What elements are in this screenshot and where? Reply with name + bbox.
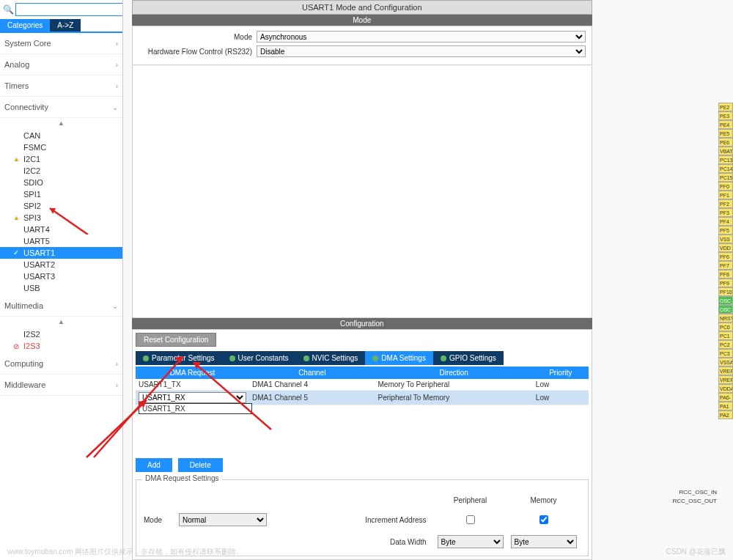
- pin-PF5[interactable]: PF5: [718, 226, 733, 235]
- pin-PF0[interactable]: PF0: [718, 182, 733, 191]
- sidebar-item-usb[interactable]: USB: [0, 282, 122, 294]
- dma-table: DMA RequestChannelDirectionPriority USAR…: [136, 366, 589, 405]
- footer-right: CSDN @花落已飘: [666, 547, 726, 557]
- sidebar-item-i2c2[interactable]: I2C2: [0, 165, 122, 177]
- pin-PE4[interactable]: PE4: [718, 120, 733, 129]
- main-panel: USART1 Mode and Configuration Mode Mode …: [132, 0, 592, 560]
- dma-row[interactable]: USART1_TXDMA1 Channel 4Memory To Periphe…: [136, 379, 589, 391]
- pin-VBAT[interactable]: VBAT: [718, 147, 733, 155]
- cfg-tab-dma-settings[interactable]: DMA Settings: [365, 351, 433, 365]
- sidebar-item-usart1[interactable]: ✓USART1: [0, 247, 122, 259]
- dw-label: Data Width: [339, 538, 427, 546]
- pin-VREF+[interactable]: VREF+: [718, 375, 733, 384]
- sidebar: 🔍 ▼ ⚙ Categories A->Z System Core›Analog…: [0, 0, 123, 560]
- flow-select[interactable]: Disable: [257, 45, 586, 57]
- mode-label: Mode: [139, 33, 252, 41]
- pin-PE6[interactable]: PE6: [718, 138, 733, 147]
- pin-PF10[interactable]: PF10: [718, 287, 733, 296]
- category-computing[interactable]: Computing›: [0, 353, 122, 375]
- col-memory: Memory: [507, 496, 581, 504]
- pin-VSS[interactable]: VSS: [718, 235, 733, 243]
- sidebar-item-i2s3[interactable]: ⊘I2S3: [0, 340, 122, 352]
- inc-memory-cb[interactable]: [539, 515, 548, 524]
- category-connectivity[interactable]: Connectivity⌄: [0, 97, 122, 118]
- pin-PC0[interactable]: PC0: [718, 323, 733, 331]
- config-header: Configuration: [132, 318, 592, 329]
- tab-categories[interactable]: Categories: [0, 19, 50, 32]
- pin-PF1[interactable]: PF1: [718, 191, 733, 199]
- pin-PF3[interactable]: PF3: [718, 208, 733, 217]
- flow-label: Hardware Flow Control (RS232): [139, 48, 252, 56]
- pin-PA0-[interactable]: PA0-: [718, 393, 733, 402]
- pin-PC14[interactable]: PC14: [718, 164, 733, 173]
- pin-PC3[interactable]: PC3: [718, 349, 733, 358]
- pin-NRST[interactable]: NRST: [718, 314, 733, 323]
- pin-PF7[interactable]: PF7: [718, 261, 733, 270]
- mode-select[interactable]: Asynchronous: [257, 31, 586, 43]
- pin-PC1[interactable]: PC1: [718, 331, 733, 340]
- pin-VSSA[interactable]: VSSA: [718, 358, 733, 366]
- pin-VDDA[interactable]: VDDA: [718, 384, 733, 393]
- sidebar-item-i2s2[interactable]: I2S2: [0, 328, 122, 340]
- sidebar-item-uart4[interactable]: UART4: [0, 224, 122, 235]
- pin-PF6[interactable]: PF6: [718, 252, 733, 261]
- pinout: RCC_OSC_INRCC_OSC_OUT PE2PE3PE4PE5PE6VBA…: [673, 0, 733, 560]
- sidebar-item-i2c1[interactable]: ▲I2C1: [0, 153, 122, 165]
- pin-PF4[interactable]: PF4: [718, 217, 733, 226]
- category-timers[interactable]: Timers›: [0, 75, 122, 97]
- pin-PE2[interactable]: PE2: [718, 103, 733, 111]
- pin-PC15[interactable]: PC15: [718, 173, 733, 182]
- delete-button[interactable]: Delete: [178, 458, 223, 472]
- dma-request-option[interactable]: USART1_RX: [139, 403, 252, 414]
- sidebar-item-fsmc[interactable]: FSMC: [0, 141, 122, 153]
- mode-lbl2: Mode: [144, 516, 179, 524]
- search-input[interactable]: [15, 3, 123, 16]
- tab-az[interactable]: A->Z: [50, 19, 81, 32]
- sidebar-item-usart3[interactable]: USART3: [0, 270, 122, 282]
- pin-VREF-[interactable]: VREF-: [718, 366, 733, 375]
- pin-PA1[interactable]: PA1: [718, 402, 733, 410]
- cfg-tab-gpio-settings[interactable]: GPIO Settings: [433, 351, 504, 365]
- dma-mode-select[interactable]: Normal: [179, 513, 267, 526]
- pin-PE5[interactable]: PE5: [718, 129, 733, 138]
- cfg-tab-nvic-settings[interactable]: NVIC Settings: [296, 351, 366, 365]
- reset-config-button[interactable]: Reset Configuration: [136, 333, 216, 347]
- pin-OSC_[interactable]: OSC_: [718, 305, 733, 314]
- sidebar-item-spi2[interactable]: SPI2: [0, 200, 122, 212]
- pin-label: RCC_OSC_OUT: [673, 498, 718, 506]
- category-multimedia[interactable]: Multimedia⌄: [0, 295, 122, 317]
- dma-request-select[interactable]: USART1_RX: [139, 392, 246, 403]
- inc-peripheral-cb[interactable]: [466, 515, 475, 524]
- cfg-tab-user-constants[interactable]: User Constants: [222, 351, 296, 365]
- pin-PC2[interactable]: PC2: [718, 340, 733, 349]
- inc-label: Increment Address: [339, 516, 427, 524]
- sidebar-item-spi1[interactable]: SPI1: [0, 188, 122, 200]
- pin-VDD[interactable]: VDD: [718, 243, 733, 252]
- pin-PF9[interactable]: PF9: [718, 279, 733, 287]
- category-system-core[interactable]: System Core›: [0, 33, 122, 54]
- sidebar-item-spi3[interactable]: ▲SPI3: [0, 212, 122, 224]
- footer-left: www.toymoban.com 网络图片仅供展示，非存储，如有侵权请联系删除。: [7, 547, 243, 557]
- sidebar-item-sdio[interactable]: SDIO: [0, 177, 122, 188]
- sidebar-item-can[interactable]: CAN: [0, 130, 122, 141]
- sidebar-item-uart5[interactable]: UART5: [0, 235, 122, 247]
- pin-PA2[interactable]: PA2: [718, 410, 733, 419]
- dma-row[interactable]: USART1_RXUSART1_RXDMA1 Channel 5Peripher…: [136, 391, 589, 405]
- pin-PC13[interactable]: PC13: [718, 155, 733, 164]
- search-icon: 🔍: [3, 4, 14, 15]
- category-analog[interactable]: Analog›: [0, 54, 122, 75]
- cfg-tab-parameter-settings[interactable]: Parameter Settings: [136, 351, 222, 365]
- pin-PF2[interactable]: PF2: [718, 199, 733, 208]
- pin-PE3[interactable]: PE3: [718, 111, 733, 120]
- page-title: USART1 Mode and Configuration: [132, 0, 592, 15]
- col-peripheral: Peripheral: [434, 496, 507, 504]
- category-middleware[interactable]: Middleware›: [0, 375, 122, 396]
- mode-header: Mode: [132, 15, 592, 26]
- add-button[interactable]: Add: [136, 458, 172, 472]
- pin-OSC_[interactable]: OSC_: [718, 296, 733, 305]
- dma-settings-legend: DMA Request Settings: [142, 474, 222, 482]
- pin-PF8[interactable]: PF8: [718, 270, 733, 279]
- pin-label: RCC_OSC_IN: [673, 489, 718, 498]
- sidebar-item-usart2[interactable]: USART2: [0, 259, 122, 270]
